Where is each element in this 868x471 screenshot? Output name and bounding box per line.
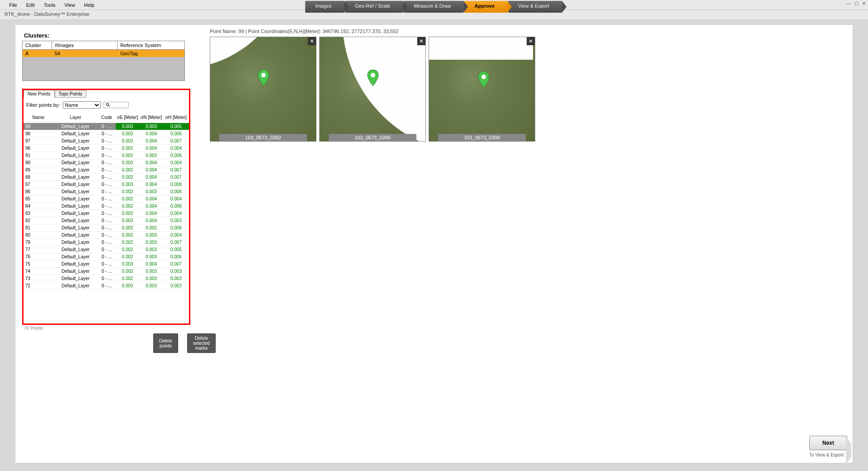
thumbnail-0[interactable]: ✕ 103_0673_0392 — [210, 37, 316, 142]
table-row[interactable]: 91Default_Layer0 - ...0.0020.0030.006 — [24, 152, 189, 159]
close-thumb-icon[interactable]: ✕ — [308, 37, 316, 45]
menu-edit[interactable]: Edit — [22, 1, 39, 9]
table-row[interactable]: 74Default_Layer0 - ...0.0020.0030.003 — [24, 268, 189, 275]
map-pin-icon — [367, 70, 379, 86]
cell-code: 0 - ... — [98, 282, 115, 290]
cluster-cell-ref: GeoTag — [118, 50, 184, 57]
cell-sigma-n: 0.004 — [139, 195, 163, 203]
cell-sigma-h: 0.003 — [163, 268, 189, 275]
col-sigma-n[interactable]: σN [Meter] — [139, 112, 163, 123]
step-measure[interactable]: Measure & Draw — [404, 1, 463, 13]
cell-layer: Default_Layer — [53, 188, 98, 195]
cell-layer: Default_Layer — [53, 181, 98, 188]
cell-sigma-h: 0.007 — [163, 174, 189, 181]
cell-sigma-n: 0.003 — [139, 275, 163, 282]
step-approve[interactable]: Approve — [464, 1, 507, 13]
cluster-cell-images: 54 — [52, 50, 118, 57]
menu-tools[interactable]: Tools — [39, 1, 60, 9]
cell-sigma-h: 0.006 — [163, 224, 189, 232]
table-row[interactable]: 89Default_Layer0 - ...0.0020.0040.007 — [24, 167, 189, 174]
table-row[interactable]: 96Default_Layer0 - ...0.0020.0040.004 — [24, 145, 189, 152]
delete-points-button[interactable]: Delete points — [153, 333, 178, 353]
close-thumb-icon[interactable]: ✕ — [527, 37, 535, 45]
cell-sigma-e: 0.003 — [116, 138, 140, 145]
cell-code: 0 - ... — [98, 224, 115, 232]
step-images[interactable]: Images — [305, 1, 344, 13]
svg-point-4 — [481, 75, 486, 79]
table-row[interactable]: 88Default_Layer0 - ...0.0020.0040.007 — [24, 174, 189, 181]
col-sigma-h[interactable]: σH [Meter] — [163, 112, 189, 123]
maximize-icon[interactable]: ▢ — [854, 1, 859, 6]
cell-sigma-e: 0.002 — [116, 246, 140, 253]
table-row[interactable]: 97Default_Layer0 - ...0.0030.0040.007 — [24, 138, 189, 145]
cell-sigma-e: 0.002 — [116, 188, 140, 195]
menu-file[interactable]: File — [5, 1, 22, 9]
cell-name: 76 — [24, 253, 53, 261]
close-thumb-icon[interactable]: ✕ — [417, 37, 425, 45]
table-row[interactable]: 72Default_Layer0 - ...0.0030.0030.002 — [24, 282, 189, 290]
cell-name: 97 — [24, 138, 53, 145]
cell-sigma-n: 0.003 — [139, 152, 163, 159]
map-pin-icon — [258, 70, 269, 86]
cell-sigma-e: 0.003 — [116, 159, 140, 167]
filter-label: Filter points by: — [26, 102, 60, 108]
filter-select[interactable]: Name — [63, 101, 101, 109]
cell-layer: Default_Layer — [53, 145, 98, 152]
table-row[interactable]: 99Default_Layer0 - ...0.0030.0030.005 — [24, 123, 189, 130]
tab-topo-points[interactable]: Topo Points — [55, 90, 86, 98]
cell-sigma-e: 0.002 — [116, 174, 140, 181]
clusters-header-ref[interactable]: Reference System — [118, 41, 184, 49]
cell-sigma-n: 0.004 — [139, 167, 163, 174]
cell-sigma-e: 0.002 — [116, 167, 140, 174]
close-icon[interactable]: ✕ — [862, 1, 866, 6]
cell-name: 99 — [24, 123, 53, 130]
thumbnail-2[interactable]: ✕ 103_0673_0398 — [429, 37, 535, 142]
table-row[interactable]: 80Default_Layer0 - ...0.0020.0030.004 — [24, 232, 189, 239]
table-row[interactable]: 83Default_Layer0 - ...0.0020.0040.004 — [24, 210, 189, 217]
points-table-scroll[interactable]: Name Layer Code σE [Meter] σN [Meter] σH… — [24, 112, 189, 321]
cell-layer: Default_Layer — [53, 261, 98, 268]
cell-layer: Default_Layer — [53, 217, 98, 224]
table-row[interactable]: 76Default_Layer0 - ...0.0020.0030.006 — [24, 253, 189, 261]
table-row[interactable]: 85Default_Layer0 - ...0.0020.0040.004 — [24, 195, 189, 203]
search-icon — [106, 103, 110, 107]
menu-view[interactable]: View — [60, 1, 80, 9]
thumbnail-1[interactable]: ✕ 103_0673_0396 — [319, 37, 426, 142]
cell-sigma-n: 0.003 — [139, 282, 163, 290]
minimize-icon[interactable]: — — [846, 1, 851, 6]
delete-marks-button[interactable]: Delete selected marks — [187, 333, 216, 353]
cell-sigma-h: 0.004 — [163, 210, 189, 217]
clusters-row-selected[interactable]: A 54 GeoTag — [23, 50, 184, 57]
table-row[interactable]: 73Default_Layer0 - ...0.0020.0030.003 — [24, 275, 189, 282]
table-row[interactable]: 78Default_Layer0 - ...0.0020.0030.007 — [24, 239, 189, 246]
cell-code: 0 - ... — [98, 152, 115, 159]
table-row[interactable]: 81Default_Layer0 - ...0.0020.0020.006 — [24, 224, 189, 232]
cell-name: 72 — [24, 282, 53, 290]
next-button[interactable]: Next — [809, 436, 847, 450]
table-row[interactable]: 84Default_Layer0 - ...0.0020.0040.006 — [24, 203, 189, 210]
table-row[interactable]: 98Default_Layer0 - ...0.0030.0040.006 — [24, 130, 189, 138]
svg-line-1 — [108, 105, 109, 107]
step-georef[interactable]: Geo-Ref / Scale — [345, 1, 403, 13]
table-row[interactable]: 90Default_Layer0 - ...0.0030.0040.004 — [24, 159, 189, 167]
table-row[interactable]: 87Default_Layer0 - ...0.0030.0040.008 — [24, 181, 189, 188]
table-row[interactable]: 82Default_Layer0 - ...0.0030.0040.003 — [24, 217, 189, 224]
table-row[interactable]: 77Default_Layer0 - ...0.0020.0030.005 — [24, 246, 189, 253]
cell-name: 90 — [24, 159, 53, 167]
step-viewexport[interactable]: View & Export — [508, 1, 562, 13]
svg-point-0 — [106, 103, 108, 105]
aerial-image — [429, 37, 535, 141]
col-name[interactable]: Name — [24, 112, 53, 123]
search-input[interactable] — [104, 102, 129, 108]
menu-help[interactable]: Help — [80, 1, 99, 9]
clusters-header-cluster[interactable]: Cluster — [23, 41, 52, 49]
col-code[interactable]: Code — [98, 112, 115, 123]
col-sigma-e[interactable]: σE [Meter] — [116, 112, 140, 123]
table-row[interactable]: 86Default_Layer0 - ...0.0020.0030.006 — [24, 188, 189, 195]
col-layer[interactable]: Layer — [53, 112, 98, 123]
clusters-header-images[interactable]: #Images — [52, 41, 118, 49]
tab-new-points[interactable]: New Points — [24, 90, 55, 98]
cell-sigma-e: 0.002 — [116, 253, 140, 261]
table-row[interactable]: 75Default_Layer0 - ...0.0030.0040.007 — [24, 261, 189, 268]
cell-name: 74 — [24, 268, 53, 275]
